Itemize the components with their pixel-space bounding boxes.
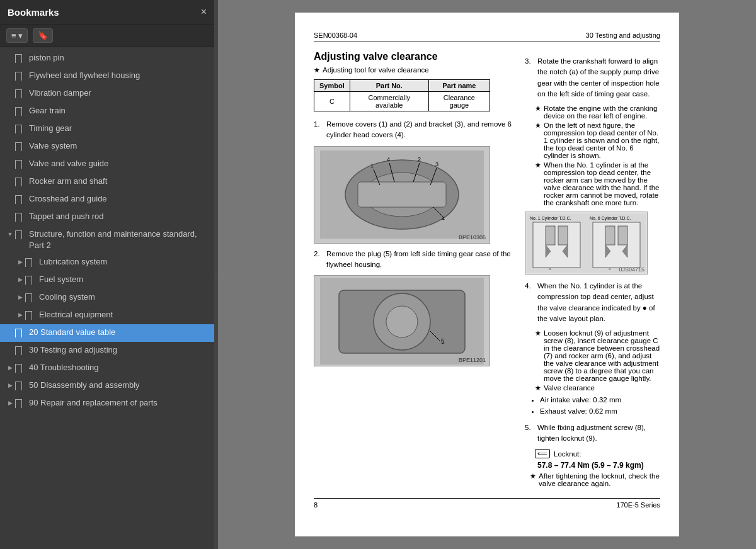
arrow-right (8, 363, 13, 372)
bookmark-shape (15, 213, 22, 222)
bookmark-shape (15, 89, 22, 98)
bookmark-shape (25, 258, 32, 267)
arrow-right (18, 275, 23, 284)
expand-arrow-structure-part2[interactable] (5, 230, 15, 239)
tool-table: Symbol Part No. Part name CCommercially … (314, 79, 490, 111)
svg-rect-23 (546, 226, 555, 245)
svg-text:4: 4 (387, 156, 390, 162)
sidebar-item-cooling[interactable]: Cooling system (0, 289, 214, 307)
valve-clearance-list: Air intake valve: 0.32 mmExhaust valve: … (540, 394, 660, 417)
svg-rect-3 (358, 182, 446, 207)
table-row: CCommercially availableClearance gauge (314, 92, 490, 111)
bookmark-icon-gear-train (15, 106, 25, 116)
toolbar-view-button[interactable]: ≡ ▾ (6, 28, 28, 43)
sidebar-item-valve-guide[interactable]: Valve and valve guide (0, 156, 214, 173)
step-2-text: Remove the plug (5) from left side timin… (326, 249, 516, 271)
bookmark-icon-cooling (25, 292, 35, 303)
bookmark-icon-rocker-arm (15, 176, 25, 187)
bookmark-shape (15, 346, 22, 355)
bookmark-icon-electrical (25, 310, 35, 320)
expand-arrow-lubrication[interactable] (15, 258, 25, 266)
sidebar-item-tappet[interactable]: Tappet and push rod (0, 208, 214, 226)
bookmark-icon-flywheel (15, 71, 25, 81)
valve-clearance-item: Exhaust valve: 0.62 mm (540, 405, 660, 417)
arrow-down (8, 230, 13, 239)
bookmark-shape (15, 178, 22, 186)
sidebar-item-timing-gear[interactable]: Timing gear (0, 120, 214, 138)
sidebar-item-gear-train[interactable]: Gear train (0, 103, 214, 120)
expand-arrow-troubleshooting[interactable] (5, 363, 15, 372)
expand-arrow-electrical[interactable] (15, 310, 25, 319)
sidebar-title: Bookmarks (8, 7, 59, 18)
sidebar-label-vibration-damper: Vibration damper (29, 88, 209, 99)
sidebar-header: Bookmarks × (0, 0, 214, 25)
step-1-text: Remove covers (1) and (2) and bracket (3… (326, 119, 516, 141)
sidebar-item-piston-pin[interactable]: piston pin (0, 50, 214, 67)
sidebar-item-vibration-damper[interactable]: Vibration damper (0, 85, 214, 103)
bookmark-icon-lubrication (25, 257, 35, 268)
expand-arrow-disassembly[interactable] (5, 381, 15, 390)
toolbar-bookmark-button[interactable]: 🔖 (33, 28, 53, 43)
sidebar-label-gear-train: Gear train (29, 105, 209, 116)
sidebar-item-disassembly[interactable]: 50 Disassembly and assembly (0, 377, 214, 395)
step-5-star: After tightening the locknut, check the … (530, 472, 660, 487)
img1-caption: BPE10305 (459, 234, 486, 241)
bookmark-icon-timing-gear (15, 123, 25, 134)
locknut-label: ⟸ Locknut: (535, 449, 660, 458)
sidebar-label-valve-guide: Valve and valve guide (29, 158, 209, 169)
sidebar-item-testing[interactable]: 30 Testing and adjusting (0, 342, 214, 359)
bookmark-icon-valve-guide (15, 159, 25, 169)
sidebar-close-button[interactable]: × (201, 6, 207, 18)
sidebar-label-timing-gear: Timing gear (29, 123, 209, 134)
sidebar-item-valve-system[interactable]: Valve system (0, 138, 214, 156)
sidebar-item-repair[interactable]: 90 Repair and replacement of parts (0, 395, 214, 412)
arrow-right (8, 381, 13, 390)
step-4-bullet: Loosen locknut (9) of adjustment screw (… (535, 329, 660, 382)
star-intro-text: Adjusting tool for valve clearance (323, 66, 429, 74)
bookmark-shape (25, 311, 32, 320)
sidebar-item-electrical[interactable]: Electrical equipment (0, 307, 214, 324)
sidebar-item-fuel[interactable]: Fuel system (0, 271, 214, 289)
expand-arrow-cooling[interactable] (15, 293, 25, 302)
sidebar-item-crosshead[interactable]: Crosshead and guide (0, 191, 214, 208)
sidebar-item-structure-part2[interactable]: Structure, function and maintenance stan… (0, 226, 214, 254)
sidebar-item-standard-value[interactable]: 20 Standard value table (0, 324, 214, 342)
bookmark-icon-repair (15, 398, 25, 409)
bookmark-icon-tappet (15, 212, 25, 222)
svg-text:4: 4 (442, 215, 445, 222)
svg-text:No. 6 Cylinder T.D.C.: No. 6 Cylinder T.D.C. (590, 216, 631, 221)
sidebar: Bookmarks × ≡ ▾ 🔖 piston pinFlywheel and… (0, 0, 214, 549)
step-4-bullet: Valve clearance (535, 384, 660, 392)
svg-text:5: 5 (441, 338, 445, 345)
engine-image-2: 5 BPE11201 (314, 275, 490, 366)
star-intro: Adjusting tool for valve clearance (314, 66, 516, 74)
sidebar-item-lubrication[interactable]: Lubrication system (0, 254, 214, 271)
page-series: 170E-5 Series (616, 501, 660, 509)
page-header-left: SEN00368-04 (314, 31, 357, 39)
expand-arrow-repair[interactable] (5, 399, 15, 407)
sidebar-label-testing: 30 Testing and adjusting (29, 344, 209, 356)
bookmark-icon-vibration-damper (15, 88, 25, 99)
page-header: SEN00368-04 30 Testing and adjusting (314, 31, 660, 42)
sidebar-label-fuel: Fuel system (39, 274, 209, 285)
step-4-text: When the No. 1 cylinder is at the compre… (537, 281, 660, 324)
sidebar-label-electrical: Electrical equipment (39, 309, 209, 320)
col-partno: Part No. (350, 80, 428, 92)
svg-rect-24 (558, 226, 568, 245)
sidebar-label-rocker-arm: Rocker arm and shaft (29, 176, 209, 187)
bookmark-icon-standard-value (15, 327, 25, 338)
bookmark-shape (15, 329, 22, 337)
sidebar-item-rocker-arm[interactable]: Rocker arm and shaft (0, 173, 214, 191)
sidebar-label-standard-value: 20 Standard value table (29, 327, 209, 338)
expand-arrow-fuel[interactable] (15, 275, 25, 284)
step-5: 5. While fixing adjustment screw (8), ti… (525, 422, 660, 444)
sidebar-label-valve-system: Valve system (29, 140, 209, 152)
svg-text:2: 2 (418, 156, 421, 162)
sidebar-content[interactable]: piston pinFlywheel and flywheel housingV… (0, 47, 214, 549)
svg-rect-28 (605, 226, 615, 245)
sidebar-item-troubleshooting[interactable]: 40 Troubleshooting (0, 359, 214, 377)
engine-image-1: 1 4 2 3 4 BPE10305 (314, 146, 490, 244)
step-2: 2. Remove the plug (5) from left side ti… (314, 249, 516, 271)
bookmark-shape (15, 230, 22, 239)
sidebar-item-flywheel[interactable]: Flywheel and flywheel housing (0, 67, 214, 85)
